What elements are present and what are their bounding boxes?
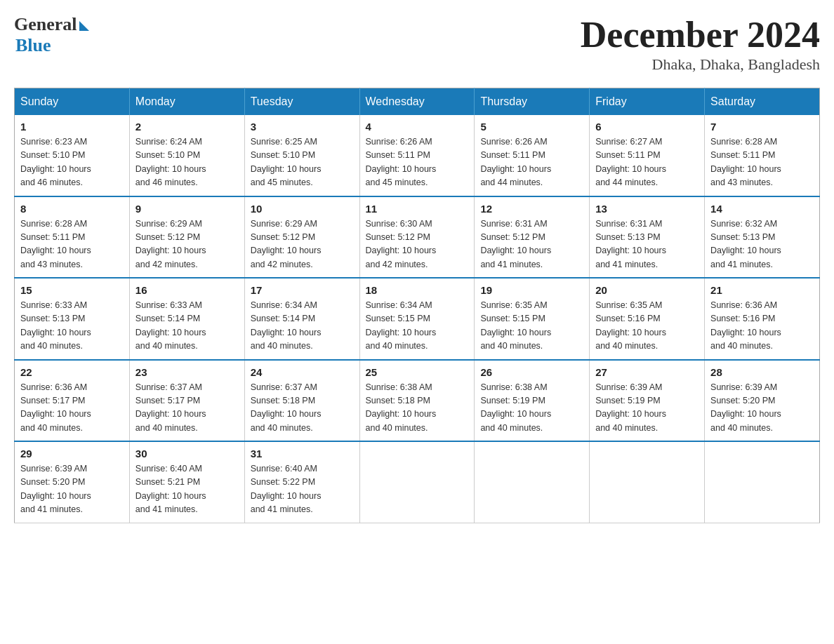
calendar-cell: 31Sunrise: 6:40 AM Sunset: 5:22 PM Dayli… <box>244 441 359 523</box>
calendar-week-row: 15Sunrise: 6:33 AM Sunset: 5:13 PM Dayli… <box>15 278 820 360</box>
day-number: 23 <box>135 366 239 378</box>
day-number: 28 <box>710 366 814 378</box>
calendar-header-thursday: Thursday <box>475 88 590 116</box>
calendar-cell: 10Sunrise: 6:29 AM Sunset: 5:12 PM Dayli… <box>244 196 359 279</box>
day-info: Sunrise: 6:36 AM Sunset: 5:16 PM Dayligh… <box>710 299 814 354</box>
day-info: Sunrise: 6:32 AM Sunset: 5:13 PM Dayligh… <box>710 217 814 272</box>
calendar-cell: 19Sunrise: 6:35 AM Sunset: 5:15 PM Dayli… <box>475 278 590 360</box>
calendar-week-row: 8Sunrise: 6:28 AM Sunset: 5:11 PM Daylig… <box>15 196 820 279</box>
calendar-header-row: SundayMondayTuesdayWednesdayThursdayFrid… <box>15 88 820 116</box>
day-number: 15 <box>20 284 124 296</box>
calendar-cell: 9Sunrise: 6:29 AM Sunset: 5:12 PM Daylig… <box>129 196 244 279</box>
calendar-week-row: 22Sunrise: 6:36 AM Sunset: 5:17 PM Dayli… <box>15 360 820 442</box>
day-number: 16 <box>135 284 239 296</box>
day-number: 24 <box>251 366 354 378</box>
day-number: 17 <box>251 284 354 296</box>
day-number: 2 <box>135 121 239 133</box>
day-info: Sunrise: 6:28 AM Sunset: 5:11 PM Dayligh… <box>20 217 124 272</box>
calendar-cell: 3Sunrise: 6:25 AM Sunset: 5:10 PM Daylig… <box>244 115 359 196</box>
day-number: 7 <box>710 121 814 133</box>
day-info: Sunrise: 6:26 AM Sunset: 5:11 PM Dayligh… <box>366 135 469 190</box>
calendar-cell: 1Sunrise: 6:23 AM Sunset: 5:10 PM Daylig… <box>15 115 130 196</box>
day-info: Sunrise: 6:35 AM Sunset: 5:15 PM Dayligh… <box>480 299 583 354</box>
calendar-header-sunday: Sunday <box>15 88 130 116</box>
calendar-cell: 8Sunrise: 6:28 AM Sunset: 5:11 PM Daylig… <box>15 196 130 279</box>
day-info: Sunrise: 6:40 AM Sunset: 5:21 PM Dayligh… <box>135 462 239 517</box>
calendar-week-row: 29Sunrise: 6:39 AM Sunset: 5:20 PM Dayli… <box>15 441 820 523</box>
calendar-cell <box>590 441 705 523</box>
calendar-cell: 15Sunrise: 6:33 AM Sunset: 5:13 PM Dayli… <box>15 278 130 360</box>
day-info: Sunrise: 6:25 AM Sunset: 5:10 PM Dayligh… <box>251 135 354 190</box>
day-info: Sunrise: 6:28 AM Sunset: 5:11 PM Dayligh… <box>710 135 814 190</box>
day-number: 29 <box>20 448 124 459</box>
day-info: Sunrise: 6:40 AM Sunset: 5:22 PM Dayligh… <box>251 462 354 517</box>
calendar-cell: 2Sunrise: 6:24 AM Sunset: 5:10 PM Daylig… <box>129 115 244 196</box>
day-info: Sunrise: 6:29 AM Sunset: 5:12 PM Dayligh… <box>251 217 354 272</box>
calendar-cell: 13Sunrise: 6:31 AM Sunset: 5:13 PM Dayli… <box>590 196 705 279</box>
day-number: 21 <box>710 284 814 296</box>
day-info: Sunrise: 6:35 AM Sunset: 5:16 PM Dayligh… <box>595 299 699 354</box>
day-info: Sunrise: 6:34 AM Sunset: 5:15 PM Dayligh… <box>366 299 469 354</box>
calendar-cell: 30Sunrise: 6:40 AM Sunset: 5:21 PM Dayli… <box>129 441 244 523</box>
day-info: Sunrise: 6:34 AM Sunset: 5:14 PM Dayligh… <box>251 299 354 354</box>
calendar-table: SundayMondayTuesdayWednesdayThursdayFrid… <box>14 88 820 523</box>
day-number: 9 <box>135 203 239 215</box>
day-info: Sunrise: 6:38 AM Sunset: 5:18 PM Dayligh… <box>366 381 469 436</box>
logo: General Blue <box>14 14 89 56</box>
day-info: Sunrise: 6:31 AM Sunset: 5:12 PM Dayligh… <box>480 217 583 272</box>
logo-general-text: General <box>14 14 77 35</box>
calendar-cell: 20Sunrise: 6:35 AM Sunset: 5:16 PM Dayli… <box>590 278 705 360</box>
day-number: 8 <box>20 203 124 215</box>
day-number: 27 <box>595 366 699 378</box>
day-number: 1 <box>20 121 124 133</box>
day-number: 13 <box>595 203 699 215</box>
day-info: Sunrise: 6:29 AM Sunset: 5:12 PM Dayligh… <box>135 217 239 272</box>
calendar-cell: 18Sunrise: 6:34 AM Sunset: 5:15 PM Dayli… <box>359 278 475 360</box>
day-number: 10 <box>251 203 354 215</box>
day-number: 5 <box>480 121 583 133</box>
calendar-cell: 12Sunrise: 6:31 AM Sunset: 5:12 PM Dayli… <box>475 196 590 279</box>
logo-arrow-icon <box>79 21 89 31</box>
calendar-cell: 28Sunrise: 6:39 AM Sunset: 5:20 PM Dayli… <box>705 360 820 442</box>
calendar-cell: 16Sunrise: 6:33 AM Sunset: 5:14 PM Dayli… <box>129 278 244 360</box>
day-number: 12 <box>480 203 583 215</box>
day-number: 4 <box>366 121 469 133</box>
day-info: Sunrise: 6:33 AM Sunset: 5:13 PM Dayligh… <box>20 299 124 354</box>
calendar-cell <box>475 441 590 523</box>
calendar-cell: 26Sunrise: 6:38 AM Sunset: 5:19 PM Dayli… <box>475 360 590 442</box>
day-info: Sunrise: 6:37 AM Sunset: 5:18 PM Dayligh… <box>251 381 354 436</box>
day-info: Sunrise: 6:36 AM Sunset: 5:17 PM Dayligh… <box>20 381 124 436</box>
day-info: Sunrise: 6:23 AM Sunset: 5:10 PM Dayligh… <box>20 135 124 190</box>
day-number: 11 <box>366 203 469 215</box>
calendar-cell: 23Sunrise: 6:37 AM Sunset: 5:17 PM Dayli… <box>129 360 244 442</box>
day-number: 14 <box>710 203 814 215</box>
calendar-cell: 5Sunrise: 6:26 AM Sunset: 5:11 PM Daylig… <box>475 115 590 196</box>
calendar-cell: 22Sunrise: 6:36 AM Sunset: 5:17 PM Dayli… <box>15 360 130 442</box>
day-number: 26 <box>480 366 583 378</box>
day-info: Sunrise: 6:33 AM Sunset: 5:14 PM Dayligh… <box>135 299 239 354</box>
calendar-header-wednesday: Wednesday <box>359 88 475 116</box>
month-year-title: December 2024 <box>581 14 820 55</box>
day-number: 25 <box>366 366 469 378</box>
calendar-cell: 11Sunrise: 6:30 AM Sunset: 5:12 PM Dayli… <box>359 196 475 279</box>
calendar-header-tuesday: Tuesday <box>244 88 359 116</box>
calendar-cell <box>359 441 475 523</box>
day-number: 31 <box>251 448 354 459</box>
calendar-cell: 7Sunrise: 6:28 AM Sunset: 5:11 PM Daylig… <box>705 115 820 196</box>
day-number: 22 <box>20 366 124 378</box>
day-info: Sunrise: 6:39 AM Sunset: 5:20 PM Dayligh… <box>20 462 124 517</box>
day-info: Sunrise: 6:37 AM Sunset: 5:17 PM Dayligh… <box>135 381 239 436</box>
day-info: Sunrise: 6:31 AM Sunset: 5:13 PM Dayligh… <box>595 217 699 272</box>
day-info: Sunrise: 6:24 AM Sunset: 5:10 PM Dayligh… <box>135 135 239 190</box>
day-number: 6 <box>595 121 699 133</box>
calendar-week-row: 1Sunrise: 6:23 AM Sunset: 5:10 PM Daylig… <box>15 115 820 196</box>
day-info: Sunrise: 6:39 AM Sunset: 5:19 PM Dayligh… <box>595 381 699 436</box>
day-info: Sunrise: 6:26 AM Sunset: 5:11 PM Dayligh… <box>480 135 583 190</box>
calendar-cell: 24Sunrise: 6:37 AM Sunset: 5:18 PM Dayli… <box>244 360 359 442</box>
calendar-cell: 27Sunrise: 6:39 AM Sunset: 5:19 PM Dayli… <box>590 360 705 442</box>
calendar-header-monday: Monday <box>129 88 244 116</box>
calendar-cell: 4Sunrise: 6:26 AM Sunset: 5:11 PM Daylig… <box>359 115 475 196</box>
calendar-cell: 25Sunrise: 6:38 AM Sunset: 5:18 PM Dayli… <box>359 360 475 442</box>
calendar-cell: 17Sunrise: 6:34 AM Sunset: 5:14 PM Dayli… <box>244 278 359 360</box>
page-header: General Blue December 2024 Dhaka, Dhaka,… <box>14 14 820 74</box>
